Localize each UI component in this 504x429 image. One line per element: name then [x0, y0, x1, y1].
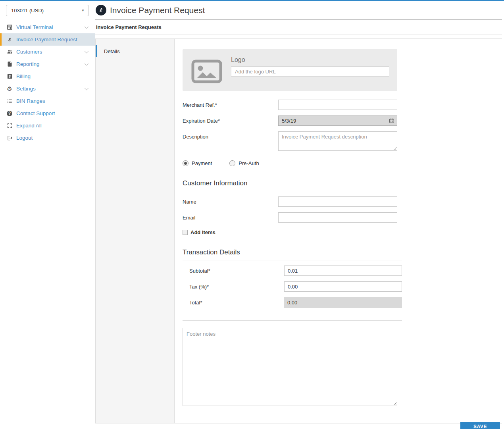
add-items-checkbox[interactable]	[183, 230, 188, 235]
billing-icon	[6, 73, 13, 80]
email-input[interactable]	[278, 212, 397, 223]
sidebar-item-label: Virtual Terminal	[16, 24, 53, 30]
sidebar-item-customers[interactable]: Customers	[0, 46, 95, 58]
email-row: Email	[183, 212, 502, 223]
sidebar-item-label: Customers	[16, 49, 42, 55]
description-label: Description	[183, 131, 278, 140]
sidebar-item-label: Logout	[16, 135, 33, 141]
chevron-down-icon	[83, 86, 90, 92]
link-icon	[96, 5, 106, 15]
description-textarea[interactable]	[278, 131, 397, 151]
description-row: Description	[183, 131, 502, 151]
tab-details[interactable]: Details	[96, 45, 174, 57]
merchant-ref-row: Merchant Ref.*	[183, 100, 502, 110]
customer-information-title: Customer Information	[183, 179, 502, 187]
add-items-label: Add Items	[190, 229, 215, 235]
list-icon	[6, 98, 13, 105]
expand-icon	[6, 122, 13, 129]
sidebar-item-label: BIN Ranges	[16, 98, 45, 104]
section-divider	[183, 320, 402, 321]
expiration-date-label: Expiration Date*	[183, 115, 278, 124]
page-header: Invoice Payment Request	[95, 1, 502, 20]
add-items-option[interactable]: Add Items	[183, 229, 502, 235]
total-readonly-field: 0.00	[284, 297, 402, 308]
calendar-icon[interactable]	[389, 118, 394, 123]
radio-payment-label: Payment	[192, 160, 212, 166]
email-label: Email	[183, 212, 278, 221]
page-title: Invoice Payment Request	[110, 6, 205, 15]
radio-pre-auth-label: Pre-Auth	[239, 160, 259, 166]
details-side-panel: Details	[95, 39, 175, 423]
radio-payment[interactable]: Payment	[183, 160, 212, 166]
sidebar-item-expand-all[interactable]: Expand All	[0, 119, 95, 132]
content: Details Logo	[95, 38, 502, 423]
link-icon	[6, 36, 13, 43]
logo-url-input[interactable]	[231, 66, 389, 77]
logout-icon	[6, 135, 13, 142]
settings-icon: ⚙	[6, 85, 13, 92]
tax-row: Tax (%)*	[183, 281, 502, 292]
sidebar-item-label: Billing	[16, 73, 31, 79]
logo-label: Logo	[231, 56, 389, 63]
invoice-form: Logo Merchant Ref.* Expiration Date* 5/3…	[175, 39, 502, 423]
radio-pre-auth-control[interactable]	[229, 160, 235, 166]
sidebar: 103011 (USD) ▼ Virtual Terminal Invoice …	[0, 1, 95, 429]
sidebar-nav: Virtual Terminal Invoice Payment Request…	[0, 21, 95, 144]
section-divider	[183, 260, 402, 260]
breadcrumb-row: Invoice Payment Requests	[95, 20, 502, 35]
chevron-down-icon	[83, 49, 90, 55]
subtotal-label: Subtotal*	[183, 265, 284, 274]
sidebar-item-label: Contact Support	[16, 110, 55, 116]
tax-label: Tax (%)*	[183, 281, 284, 290]
terminal-icon	[6, 24, 13, 31]
account-dropdown[interactable]: 103011 (USD) ▼	[6, 5, 89, 16]
sidebar-item-bin-ranges[interactable]: BIN Ranges	[0, 95, 95, 107]
expiration-date-input[interactable]: 5/3/19	[278, 115, 397, 126]
chevron-down-icon	[83, 24, 90, 31]
name-label: Name	[183, 196, 278, 205]
sidebar-item-invoice-payment-request[interactable]: Invoice Payment Request	[0, 33, 95, 46]
merchant-ref-input[interactable]	[278, 100, 397, 110]
image-placeholder-icon	[191, 60, 222, 83]
merchant-ref-label: Merchant Ref.*	[183, 100, 278, 108]
footer-notes-textarea[interactable]	[183, 328, 397, 406]
name-row: Name	[183, 196, 502, 207]
breadcrumb[interactable]: Invoice Payment Requests	[96, 24, 162, 30]
tab-details-label: Details	[104, 48, 120, 54]
save-button[interactable]: SAVE	[460, 422, 500, 429]
sidebar-item-settings[interactable]: ⚙ Settings	[0, 83, 95, 95]
radio-pre-auth[interactable]: Pre-Auth	[229, 160, 259, 166]
sidebar-item-reporting[interactable]: Reporting	[0, 58, 95, 70]
total-label: Total*	[183, 297, 284, 306]
sidebar-item-logout[interactable]: Logout	[0, 132, 95, 144]
tax-input[interactable]	[284, 281, 402, 292]
reporting-icon	[6, 61, 13, 68]
account-dropdown-value: 103011 (USD)	[11, 8, 44, 13]
payment-type-radios: Payment Pre-Auth	[183, 160, 502, 166]
chevron-down-icon	[83, 61, 90, 67]
total-row: Total* 0.00	[183, 297, 502, 308]
sidebar-item-billing[interactable]: Billing	[0, 70, 95, 83]
subtotal-row: Subtotal*	[183, 265, 502, 276]
sidebar-item-label: Settings	[16, 86, 36, 92]
name-input[interactable]	[278, 196, 397, 207]
sidebar-item-label: Invoice Payment Request	[16, 37, 77, 42]
sidebar-item-virtual-terminal[interactable]: Virtual Terminal	[0, 21, 95, 33]
help-icon: ?	[6, 110, 13, 117]
logo-section: Logo	[183, 49, 397, 91]
subtotal-input[interactable]	[284, 265, 402, 276]
sidebar-item-contact-support[interactable]: ? Contact Support	[0, 107, 95, 119]
main-area: Invoice Payment Request Invoice Payment …	[95, 1, 504, 429]
save-row: SAVE	[183, 418, 501, 429]
expiration-date-value: 5/3/19	[282, 118, 296, 124]
sidebar-item-label: Reporting	[16, 61, 40, 67]
expiration-date-row: Expiration Date* 5/3/19	[183, 115, 502, 126]
sidebar-item-label: Expand All	[16, 123, 42, 129]
customers-icon	[6, 48, 13, 56]
transaction-details-title: Transaction Details	[183, 248, 502, 256]
caret-down-icon: ▼	[81, 9, 85, 12]
total-value: 0.00	[287, 300, 297, 306]
section-divider	[183, 191, 402, 191]
radio-payment-control[interactable]	[183, 160, 189, 166]
